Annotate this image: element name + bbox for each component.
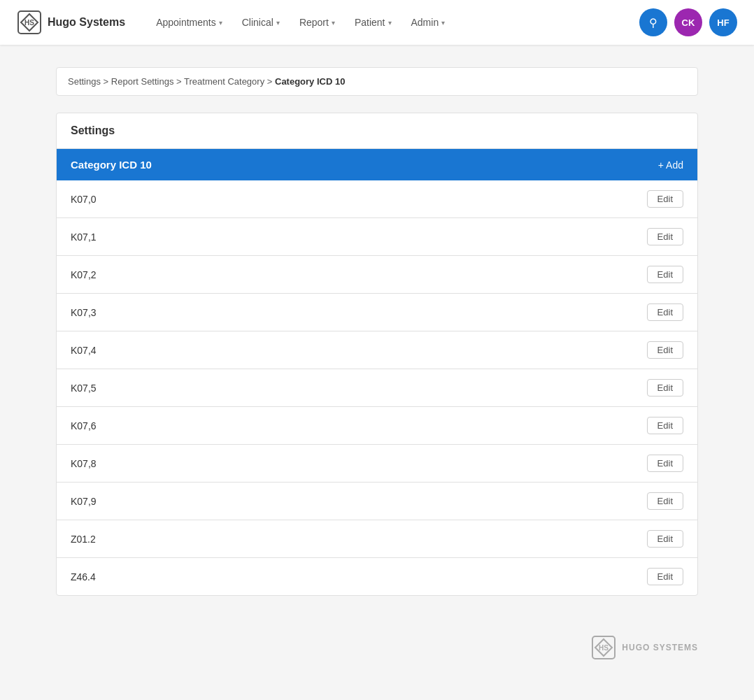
category-header: Category ICD 10 + Add [57,149,697,180]
edit-button-z012[interactable]: Edit [647,530,683,548]
icd-code-k070: K07,0 [71,194,97,205]
breadcrumb-settings[interactable]: Settings [68,76,101,87]
list-item: Z46.4 Edit [57,558,697,595]
search-button[interactable]: ⚲ [639,8,667,36]
list-item: K07,2 Edit [57,256,697,294]
nav-label-clinical: Clinical [242,17,273,28]
breadcrumb-separator-2: > [176,76,184,87]
add-button[interactable]: + Add [658,159,683,171]
nav-items: Appointments ▾ Clinical ▾ Report ▾ Patie… [148,11,639,34]
footer-text: HUGO SYSTEMS [622,643,698,652]
page-content: Settings > Report Settings > Treatment C… [0,45,754,618]
breadcrumb-current: Category ICD 10 [275,76,345,87]
chevron-down-icon: ▾ [276,19,280,27]
nav-label-report: Report [299,17,329,28]
nav-item-admin[interactable]: Admin ▾ [403,11,454,34]
nav-label-patient: Patient [355,17,385,28]
list-item: K07,0 Edit [57,180,697,218]
svg-text:HS: HS [599,644,609,652]
list-item: K07,6 Edit [57,407,697,445]
settings-card: Settings Category ICD 10 + Add K07,0 Edi… [56,113,698,596]
edit-button-k078[interactable]: Edit [647,455,683,472]
list-item: K07,1 Edit [57,218,697,256]
footer-logo-icon: HS [591,635,616,660]
edit-button-k072[interactable]: Edit [647,266,683,283]
nav-item-report[interactable]: Report ▾ [291,11,343,34]
icd-list: K07,0 Edit K07,1 Edit K07,2 Edit K07,3 E… [57,180,697,595]
edit-button-z464[interactable]: Edit [647,568,683,585]
svg-text:HS: HS [24,19,34,27]
nav-item-patient[interactable]: Patient ▾ [346,11,400,34]
breadcrumb-separator-3: > [267,76,275,87]
brand-name: Hugo Systems [48,16,125,29]
edit-button-k075[interactable]: Edit [647,379,683,397]
breadcrumb: Settings > Report Settings > Treatment C… [56,67,698,96]
list-item: K07,5 Edit [57,369,697,407]
brand: HS Hugo Systems [17,10,125,35]
edit-button-k073[interactable]: Edit [647,303,683,321]
icd-code-z464: Z46.4 [71,571,96,583]
nav-label-admin: Admin [411,17,439,28]
settings-title: Settings [57,113,697,149]
breadcrumb-report-settings[interactable]: Report Settings [111,76,174,87]
nav-item-appointments[interactable]: Appointments ▾ [148,11,231,34]
list-item: K07,8 Edit [57,445,697,483]
icd-code-k075: K07,5 [71,383,97,394]
list-item: K07,9 Edit [57,483,697,520]
chevron-down-icon: ▾ [332,19,335,27]
icd-code-k074: K07,4 [71,345,97,356]
avatar-ck-initials: CK [682,17,695,28]
category-header-title: Category ICD 10 [71,159,152,171]
chevron-down-icon: ▾ [388,19,392,27]
breadcrumb-separator-1: > [104,76,111,87]
list-item: K07,4 Edit [57,331,697,369]
edit-button-k079[interactable]: Edit [647,492,683,510]
icd-code-k073: K07,3 [71,307,97,318]
chevron-down-icon: ▾ [219,19,222,27]
search-icon: ⚲ [649,16,657,29]
edit-button-k070[interactable]: Edit [647,190,683,208]
page-footer: HS HUGO SYSTEMS [0,618,754,677]
navbar-actions: ⚲ CK HF [639,8,737,36]
edit-button-k071[interactable]: Edit [647,228,683,245]
footer-logo: HS HUGO SYSTEMS [591,635,698,660]
navbar: HS Hugo Systems Appointments ▾ Clinical … [0,0,754,45]
list-item: K07,3 Edit [57,294,697,331]
edit-button-k074[interactable]: Edit [647,341,683,359]
edit-button-k076[interactable]: Edit [647,417,683,434]
nav-item-clinical[interactable]: Clinical ▾ [234,11,288,34]
breadcrumb-treatment-category[interactable]: Treatment Category [184,76,264,87]
icd-code-k076: K07,6 [71,420,97,431]
avatar-hf[interactable]: HF [709,8,737,36]
icd-code-k078: K07,8 [71,458,97,469]
avatar-ck[interactable]: CK [674,8,702,36]
icd-code-z012: Z01.2 [71,534,96,545]
icd-code-k072: K07,2 [71,269,97,280]
icd-code-k071: K07,1 [71,231,97,243]
icd-code-k079: K07,9 [71,496,97,507]
list-item: Z01.2 Edit [57,520,697,558]
nav-label-appointments: Appointments [156,17,216,28]
chevron-down-icon: ▾ [441,19,445,27]
avatar-hf-initials: HF [717,17,729,28]
brand-logo-icon: HS [17,10,42,35]
